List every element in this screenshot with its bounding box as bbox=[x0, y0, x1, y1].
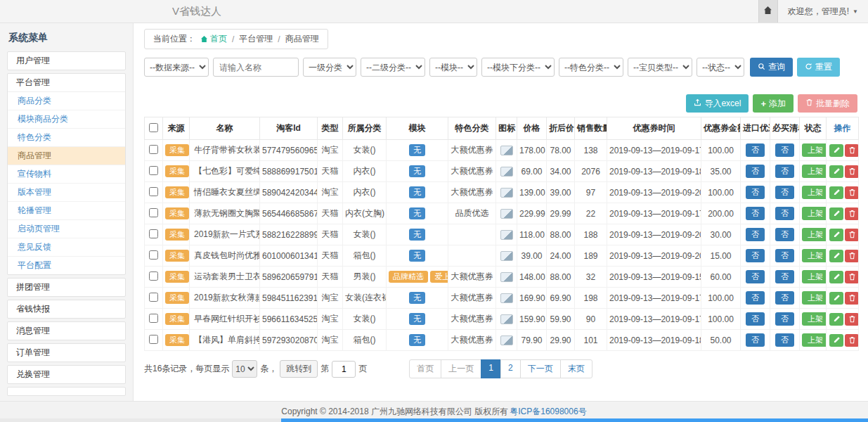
delete-button[interactable] bbox=[845, 313, 859, 326]
user-menu[interactable]: 欢迎您，管理员! ▼ bbox=[778, 6, 868, 18]
row-checkbox[interactable] bbox=[149, 208, 158, 217]
imported-toggle[interactable]: 否 bbox=[746, 186, 765, 199]
breadcrumb-item-平台管理[interactable]: 平台管理 bbox=[239, 33, 273, 45]
delete-button[interactable] bbox=[845, 271, 859, 283]
delete-button[interactable] bbox=[845, 250, 859, 262]
must-buy-toggle[interactable]: 否 bbox=[775, 186, 794, 199]
delete-button[interactable] bbox=[845, 229, 859, 241]
sidebar-item-兑换管理[interactable]: 兑换管理 bbox=[8, 366, 125, 383]
imported-toggle[interactable]: 否 bbox=[746, 270, 765, 283]
pager-末页[interactable]: 末页 bbox=[560, 359, 592, 378]
pager-2[interactable]: 2 bbox=[500, 359, 521, 378]
row-checkbox[interactable] bbox=[149, 335, 158, 344]
sidebar-subitem-版本管理[interactable]: 版本管理 bbox=[8, 183, 125, 201]
must-buy-toggle[interactable]: 否 bbox=[775, 165, 794, 178]
status-toggle[interactable]: 上架 bbox=[802, 312, 827, 326]
jump-button[interactable]: 跳转到 bbox=[280, 360, 318, 378]
import-excel-button[interactable]: 导入excel bbox=[686, 94, 749, 113]
module-sub-filter-select[interactable]: --模块下分类-- bbox=[481, 58, 555, 77]
edit-button[interactable] bbox=[829, 271, 843, 283]
must-buy-toggle[interactable]: 否 bbox=[775, 207, 794, 220]
sidebar-subitem-宣传物料[interactable]: 宣传物料 bbox=[8, 165, 125, 183]
row-checkbox[interactable] bbox=[149, 229, 158, 238]
row-checkbox[interactable] bbox=[149, 166, 158, 175]
imported-toggle[interactable]: 否 bbox=[746, 143, 765, 157]
status-toggle[interactable]: 上架 bbox=[802, 333, 827, 347]
edit-button[interactable] bbox=[829, 292, 843, 305]
row-checkbox[interactable] bbox=[149, 293, 158, 302]
must-buy-toggle[interactable]: 否 bbox=[775, 270, 794, 283]
feature-filter-select[interactable]: --特色分类-- bbox=[559, 58, 623, 77]
row-checkbox[interactable] bbox=[149, 187, 158, 196]
sidebar-subitem-商品管理[interactable]: 商品管理 bbox=[8, 146, 125, 165]
sidebar-subitem-商品分类[interactable]: 商品分类 bbox=[8, 92, 125, 110]
pager-上一页[interactable]: 上一页 bbox=[441, 359, 481, 378]
status-toggle[interactable]: 上架 bbox=[802, 143, 827, 157]
status-filter-select[interactable]: --状态-- bbox=[697, 58, 744, 77]
edit-button[interactable] bbox=[829, 165, 843, 178]
reset-button[interactable]: 重置 bbox=[797, 58, 840, 77]
imported-toggle[interactable]: 否 bbox=[746, 228, 765, 241]
edit-button[interactable] bbox=[829, 229, 843, 241]
status-toggle[interactable]: 上架 bbox=[802, 249, 827, 262]
sidebar-item-省钱快报[interactable]: 省钱快报 bbox=[8, 300, 125, 318]
edit-button[interactable] bbox=[829, 334, 843, 347]
sidebar-item-订单管理[interactable]: 订单管理 bbox=[8, 344, 125, 362]
add-button[interactable]: + 添加 bbox=[753, 94, 793, 113]
sidebar-subitem-轮播管理[interactable]: 轮播管理 bbox=[8, 201, 125, 219]
breadcrumb-item-商品管理[interactable]: 商品管理 bbox=[285, 33, 319, 45]
sidebar-item-消息管理[interactable]: 消息管理 bbox=[8, 322, 125, 340]
status-toggle[interactable]: 上架 bbox=[802, 165, 827, 178]
sidebar-item-拼团管理[interactable]: 拼团管理 bbox=[8, 279, 125, 296]
pager-1[interactable]: 1 bbox=[481, 359, 501, 378]
must-buy-toggle[interactable]: 否 bbox=[775, 249, 794, 262]
delete-button[interactable] bbox=[845, 165, 859, 178]
imported-toggle[interactable]: 否 bbox=[746, 333, 765, 347]
must-buy-toggle[interactable]: 否 bbox=[775, 333, 794, 347]
sidebar-subitem-意见反馈[interactable]: 意见反馈 bbox=[8, 238, 125, 256]
must-buy-toggle[interactable]: 否 bbox=[775, 312, 794, 326]
delete-button[interactable] bbox=[845, 334, 859, 347]
row-checkbox[interactable] bbox=[149, 250, 158, 260]
category-level2-filter-select[interactable]: --二级分类-- bbox=[361, 58, 425, 77]
horizontal-scrollbar-thumb[interactable] bbox=[281, 418, 868, 422]
row-checkbox[interactable] bbox=[149, 314, 158, 323]
pager-首页[interactable]: 首页 bbox=[409, 359, 441, 378]
breadcrumb-item-首页[interactable]: 首页 bbox=[200, 33, 227, 45]
sidebar-item-partial[interactable] bbox=[7, 387, 126, 396]
search-button[interactable]: 查询 bbox=[750, 58, 793, 77]
status-toggle[interactable]: 上架 bbox=[802, 186, 827, 199]
icp-link[interactable]: 粤ICP备16098006号 bbox=[510, 406, 586, 418]
status-toggle[interactable]: 上架 bbox=[802, 291, 827, 305]
select-all-checkbox[interactable] bbox=[149, 123, 158, 132]
home-button[interactable] bbox=[758, 0, 778, 23]
sidebar-subitem-特色分类[interactable]: 特色分类 bbox=[8, 128, 125, 146]
status-toggle[interactable]: 上架 bbox=[802, 207, 827, 220]
delete-button[interactable] bbox=[845, 186, 859, 199]
imported-toggle[interactable]: 否 bbox=[746, 291, 765, 305]
sidebar-item-平台管理[interactable]: 平台管理 bbox=[8, 74, 125, 91]
item-type-filter-select[interactable]: --宝贝类型-- bbox=[628, 58, 692, 77]
delete-button[interactable] bbox=[845, 144, 859, 157]
data-source-filter-select[interactable]: --数据来源-- bbox=[144, 58, 209, 77]
row-checkbox[interactable] bbox=[149, 271, 158, 281]
status-toggle[interactable]: 上架 bbox=[802, 270, 827, 283]
must-buy-toggle[interactable]: 否 bbox=[775, 143, 794, 157]
page-number-input[interactable] bbox=[332, 361, 356, 378]
sidebar-subitem-平台配置[interactable]: 平台配置 bbox=[8, 256, 125, 274]
imported-toggle[interactable]: 否 bbox=[746, 249, 765, 262]
imported-toggle[interactable]: 否 bbox=[746, 207, 765, 220]
sidebar-subitem-模块商品分类[interactable]: 模块商品分类 bbox=[8, 110, 125, 128]
must-buy-toggle[interactable]: 否 bbox=[775, 291, 794, 305]
edit-button[interactable] bbox=[829, 207, 843, 220]
imported-toggle[interactable]: 否 bbox=[746, 312, 765, 326]
sidebar-subitem-启动页管理[interactable]: 启动页管理 bbox=[8, 219, 125, 238]
edit-button[interactable] bbox=[829, 144, 843, 157]
delete-button[interactable] bbox=[845, 207, 859, 220]
delete-button[interactable] bbox=[845, 292, 859, 305]
page-size-select[interactable]: 10 bbox=[232, 360, 257, 378]
sidebar-item-用户管理[interactable]: 用户管理 bbox=[8, 52, 125, 70]
edit-button[interactable] bbox=[829, 250, 843, 262]
edit-button[interactable] bbox=[829, 186, 843, 199]
module-filter-select[interactable]: --模块-- bbox=[429, 58, 477, 77]
